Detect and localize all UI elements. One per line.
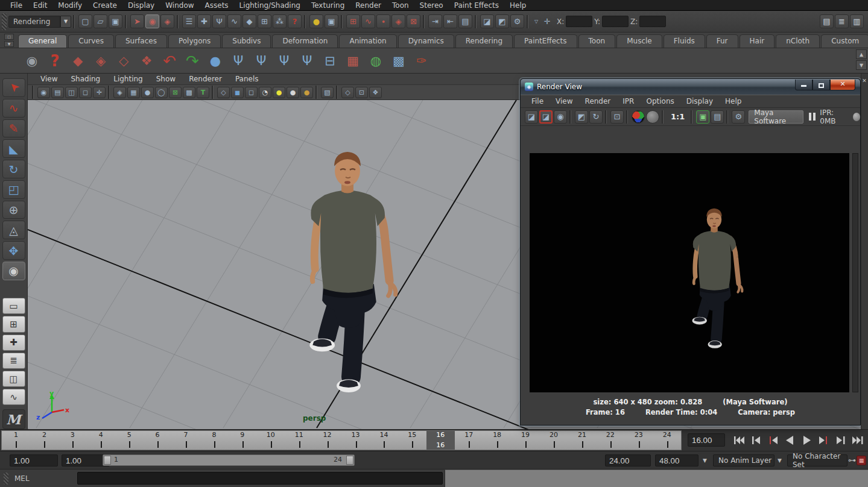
safe-action-icon[interactable]: ▩ xyxy=(183,87,195,98)
field-chart-icon[interactable]: ⊠ xyxy=(169,87,182,98)
command-language-label[interactable]: MEL xyxy=(14,474,30,483)
shelf-tab-custom[interactable]: Custom xyxy=(821,34,868,48)
render-view-menu-display[interactable]: Display xyxy=(680,97,719,105)
snap-projected-icon[interactable]: ◈ xyxy=(391,14,405,28)
play-backwards-button[interactable] xyxy=(782,432,797,448)
rigid-bind-icon[interactable]: Ψ xyxy=(273,50,295,72)
textured-mode-icon[interactable]: ◔ xyxy=(259,87,271,98)
panel-close-icon[interactable]: ✕ xyxy=(861,77,868,84)
flat-light-icon[interactable]: ● xyxy=(287,87,299,98)
camera-select-icon[interactable]: ◉ xyxy=(37,87,50,98)
frame-19[interactable]: 19 xyxy=(512,431,540,450)
layout-plus-button[interactable]: ✚ xyxy=(2,335,25,351)
geometry-cache-icon[interactable]: ◍ xyxy=(365,50,387,72)
redo-icon[interactable]: ↷ xyxy=(182,50,203,72)
rv-ipr-icon[interactable]: ◩ xyxy=(575,110,588,124)
set-driven-key-icon[interactable]: ▦ xyxy=(342,50,364,72)
shelf-tab-dynamics[interactable]: Dynamics xyxy=(398,34,454,48)
range-start-handle[interactable] xyxy=(104,456,111,465)
delete-history-icon[interactable]: ● xyxy=(204,50,226,72)
rv-refresh-icon[interactable]: ↻ xyxy=(589,110,603,124)
shelf-tab-painteffects[interactable]: PaintEffects xyxy=(514,34,577,48)
undo-icon[interactable]: ↶ xyxy=(159,50,180,72)
camera-attributes-icon[interactable]: ▤ xyxy=(51,87,64,98)
mask-all-icon[interactable]: ☰ xyxy=(182,14,196,28)
move-tool-button[interactable]: ✥ xyxy=(2,241,25,260)
shelf-tab-surfaces[interactable]: Surfaces xyxy=(115,34,167,48)
play-forwards-button[interactable] xyxy=(799,432,814,448)
lattice-icon[interactable]: ▩ xyxy=(388,50,410,72)
shelf-help-icon[interactable]: ? xyxy=(44,50,66,72)
menu-modify[interactable]: Modify xyxy=(52,1,87,10)
shelf-tab-fluids[interactable]: Fluids xyxy=(664,34,705,48)
camera-tumble-icon[interactable]: ❖ xyxy=(136,50,157,72)
menu-paint-effects[interactable]: Paint Effects xyxy=(449,1,504,10)
step-forward-frame-button[interactable] xyxy=(816,432,831,448)
render-view-menu-view[interactable]: View xyxy=(550,97,578,105)
scale-tool-button[interactable]: ◰ xyxy=(2,180,25,199)
chevron-down-icon[interactable]: ▽ xyxy=(532,14,540,28)
shelf-menu-icon[interactable]: ▼ xyxy=(4,41,14,47)
menu-render[interactable]: Render xyxy=(350,1,387,10)
sculpt-tool-button[interactable]: ◣ xyxy=(2,139,25,158)
minimize-button[interactable] xyxy=(795,80,813,90)
current-time-field[interactable] xyxy=(688,433,725,447)
menu-create[interactable]: Create xyxy=(87,1,122,10)
grid-toggle-icon[interactable]: ◈ xyxy=(113,87,126,98)
panel-menu-renderer[interactable]: Renderer xyxy=(182,75,229,83)
goto-start-button[interactable] xyxy=(731,432,747,448)
paint-select-tool-button[interactable]: ✎ xyxy=(2,119,25,138)
rv-region-icon[interactable]: ⊡ xyxy=(610,110,624,124)
anim-layer-selector[interactable]: No Anim Layer xyxy=(713,454,775,467)
lock-selection-icon[interactable]: ● xyxy=(309,14,323,28)
plugin-shapes-icon[interactable]: ❖ xyxy=(369,87,382,98)
shelf-scroll-down-icon[interactable]: ▼ xyxy=(856,60,867,70)
menu-texturing[interactable]: Texturing xyxy=(306,1,350,10)
shelf-tab-ncloth[interactable]: nCloth xyxy=(776,34,820,48)
frame-13[interactable]: 13 xyxy=(341,431,370,450)
menu-stereo[interactable]: Stereo xyxy=(414,1,449,10)
camera-pan-icon[interactable]: ◆ xyxy=(67,50,89,72)
playback-end-field[interactable] xyxy=(605,454,651,467)
render-view-window[interactable]: ◈ Render View ✕ FileViewRenderIPROptions… xyxy=(520,78,861,426)
film-gate-icon[interactable]: ▦ xyxy=(127,87,140,98)
wireframe-shaded-icon[interactable]: ◻ xyxy=(245,87,258,98)
set-key-icon[interactable]: ⊶ xyxy=(848,456,856,465)
paint-effects-icon[interactable]: ✑ xyxy=(411,50,432,72)
panel-menu-lighting[interactable]: Lighting xyxy=(107,75,150,83)
gate-mask-icon[interactable]: ◯ xyxy=(155,87,168,98)
rv-remove-icon[interactable]: ▤ xyxy=(711,110,724,124)
frame-1[interactable]: 1 xyxy=(2,431,30,450)
rv-settings-icon[interactable]: ⚙ xyxy=(732,110,745,124)
frame-18[interactable]: 18 xyxy=(483,431,512,450)
animation-end-field[interactable] xyxy=(655,454,699,467)
render-view-titlebar[interactable]: ◈ Render View ✕ xyxy=(521,79,860,95)
mask-deformations-icon[interactable]: ⊞ xyxy=(258,14,271,28)
snap-curve-icon[interactable]: ∿ xyxy=(361,14,375,28)
output-connections-icon[interactable]: ⇤ xyxy=(443,14,457,28)
menu-assets[interactable]: Assets xyxy=(200,1,234,10)
chevron-down-icon[interactable]: ▼ xyxy=(703,457,707,463)
select-tool-button[interactable]: ➤ xyxy=(2,78,25,97)
frame-12[interactable]: 12 xyxy=(313,431,341,450)
smooth-bind-icon[interactable]: Ψ xyxy=(227,50,249,72)
status-line-drag-handle[interactable] xyxy=(2,13,7,30)
rendered-image[interactable] xyxy=(530,153,849,392)
command-line-drag-handle[interactable] xyxy=(4,473,8,485)
last-tool-button[interactable]: ◉ xyxy=(2,262,25,280)
frame-22[interactable]: 22 xyxy=(596,431,624,450)
frame-21[interactable]: 21 xyxy=(568,431,596,450)
shelf-tab-fur[interactable]: Fur xyxy=(706,34,738,48)
layout-split-button[interactable]: ◫ xyxy=(2,371,25,387)
frame-4[interactable]: 4 xyxy=(87,431,115,450)
character-set-selector[interactable]: No Character Set xyxy=(787,454,847,467)
highlight-selection-icon[interactable]: ▣ xyxy=(325,14,338,28)
soft-mod-tool-button[interactable]: ◬ xyxy=(2,221,25,239)
wireframe-mode-icon[interactable]: ◇ xyxy=(217,87,230,98)
universal-tool-button[interactable]: ⊕ xyxy=(2,201,25,219)
camera-track-icon[interactable]: ◇ xyxy=(113,50,135,72)
frame-6[interactable]: 6 xyxy=(144,431,172,450)
x-coord-input[interactable] xyxy=(566,16,592,27)
tool-settings-icon[interactable]: ≣ xyxy=(835,14,849,28)
render-globals-icon[interactable]: ◉ xyxy=(21,50,43,72)
